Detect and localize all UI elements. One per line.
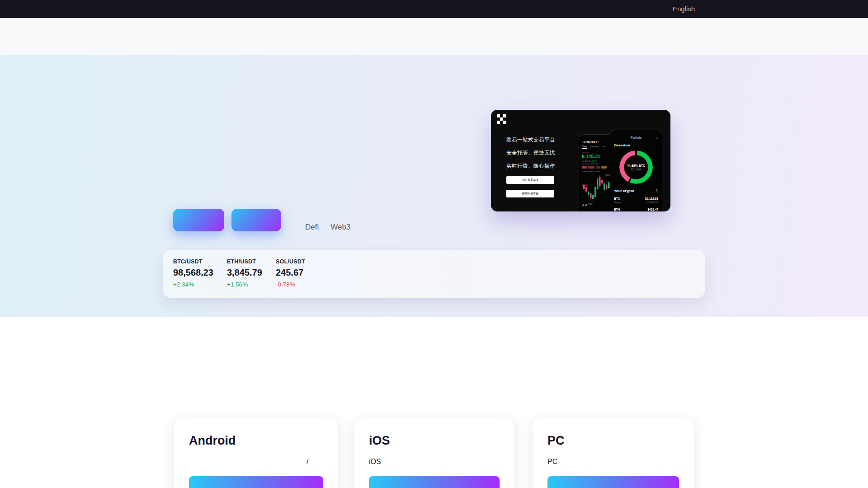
donut-label: 44.88% BTC — [627, 164, 645, 167]
okx-pixel-logo-icon — [497, 114, 506, 124]
ticker-change: -0.78% — [276, 281, 305, 288]
card-subtitle: iOS — [369, 458, 500, 467]
phone-mockup-portfolio: Portfolio ◎ Overview 44.88% BTC $2,123.8… — [610, 130, 662, 211]
download-card-ios: iOS iOS — [354, 418, 515, 488]
ticker-pair: SOL/USDT — [276, 258, 305, 265]
portfolio-header: Portfolio ◎ — [614, 136, 658, 139]
download-pc-button[interactable] — [547, 476, 679, 488]
timeframe-row: 15min 1H 4H 1D More — [582, 170, 612, 173]
checkbox-icon — [585, 204, 587, 206]
ticker-btc: BTC/USDT 98,568.23 +2.34% — [173, 258, 227, 298]
ticker-pair: BTC/USDT — [173, 258, 227, 265]
ticker-eth: ETH/USDT 3,845.79 +1.56% — [227, 258, 276, 298]
language-selector[interactable]: English — [673, 0, 695, 18]
candlestick-chart: 868.55M 7,150.89 — [582, 174, 612, 203]
card-subtitle: PC — [547, 458, 679, 467]
checkbox-icon — [582, 204, 584, 206]
last-price-value: 9,126.31 — [582, 154, 612, 159]
downloads-section: Android / iOS iOS PC PC — [0, 317, 868, 488]
card-title: iOS — [369, 434, 500, 448]
donut-value: $2,123.89 — [631, 168, 641, 171]
overview-label: Overview — [614, 143, 658, 147]
hero-cta-primary-button[interactable] — [173, 209, 224, 231]
phone-mockup-chart: ‹ ETH/USDT ▾ Chart Overview Inds Last pr… — [579, 134, 615, 211]
holding-row-eth: ETH Ethereum $431.47 0.09185657 — [614, 208, 658, 211]
promo-card: 欧易一站式交易平台 安全托管、便捷无忧 实时行情、随心操作 前往欧易web 解锁… — [491, 110, 670, 211]
ticker-price: 98,568.23 — [173, 267, 227, 278]
phone-footer-brand: OKX — [582, 203, 612, 206]
tab-overview: Overview — [590, 145, 599, 149]
mark-price: Mark price 9,109.12 — [582, 163, 612, 165]
hero-nav-links: Defi Web3 — [305, 223, 350, 232]
settings-icon: ◎ — [656, 136, 658, 139]
allocation-donut-chart: 44.88% BTC $2,123.89 — [619, 150, 653, 184]
download-android-button[interactable] — [189, 476, 323, 488]
download-ios-button[interactable] — [369, 476, 500, 488]
promo-headline: 实时行情、随心操作 — [491, 160, 571, 173]
holding-row-btc: BTC Bitcoin $2,132.89 0.10956225 — [614, 197, 658, 204]
ticker-price: 245.67 — [276, 267, 305, 278]
ticker-price: 3,845.79 — [227, 267, 276, 278]
hero-section: Defi Web3 BTC/USDT 98,568.23 +2.34% ETH/… — [0, 55, 868, 317]
promo-headlines: 欧易一站式交易平台 安全托管、便捷无忧 实时行情、随心操作 — [491, 133, 571, 173]
hero-cta-secondary-button[interactable] — [231, 209, 281, 231]
back-icon: ‹ — [582, 141, 583, 143]
top-navbar: English — [0, 0, 868, 18]
download-card-pc: PC PC — [532, 418, 694, 488]
download-card-android: Android / — [174, 418, 339, 488]
ticker-change: +2.34% — [173, 281, 227, 288]
link-web3[interactable]: Web3 — [330, 223, 350, 232]
tab-chart: Chart — [582, 145, 587, 149]
last-price-label: Last price — [582, 151, 612, 153]
ticker-sol: SOL/USDT 245.67 -0.78% — [276, 258, 305, 298]
secondary-bar — [0, 18, 868, 55]
card-title: PC — [547, 434, 679, 448]
refresh-icon: ↻ — [656, 189, 658, 192]
phone-pair-header: ‹ ETH/USDT ▾ — [582, 140, 612, 143]
holdings-title: Your crypto ↻ — [614, 189, 658, 193]
ticker-pair: ETH/USDT — [227, 258, 276, 265]
promo-headline: 安全托管、便捷无忧 — [491, 146, 571, 160]
tab-inds: Inds — [602, 145, 606, 149]
chart-badges — [582, 166, 612, 169]
link-defi[interactable]: Defi — [305, 223, 319, 232]
promo-web-button[interactable]: 前往欧易web — [506, 176, 554, 184]
promo-headline: 欧易一站式交易平台 — [491, 133, 571, 146]
volume-marker: 868.55M — [582, 184, 588, 186]
card-title: Android — [189, 434, 323, 448]
price-sub-row: ≈ 9,109.12 +1.59% — [582, 160, 612, 162]
chevron-down-icon: ▾ — [598, 141, 599, 143]
ticker-change: +1.56% — [227, 281, 276, 288]
phone-chart-tabs: Chart Overview Inds — [582, 145, 612, 149]
market-ticker-card: BTC/USDT 98,568.23 +2.34% ETH/USDT 3,845… — [163, 250, 705, 298]
promo-experience-button[interactable]: 解锁欧易体验 — [506, 190, 554, 197]
card-subtitle: / — [189, 458, 323, 467]
